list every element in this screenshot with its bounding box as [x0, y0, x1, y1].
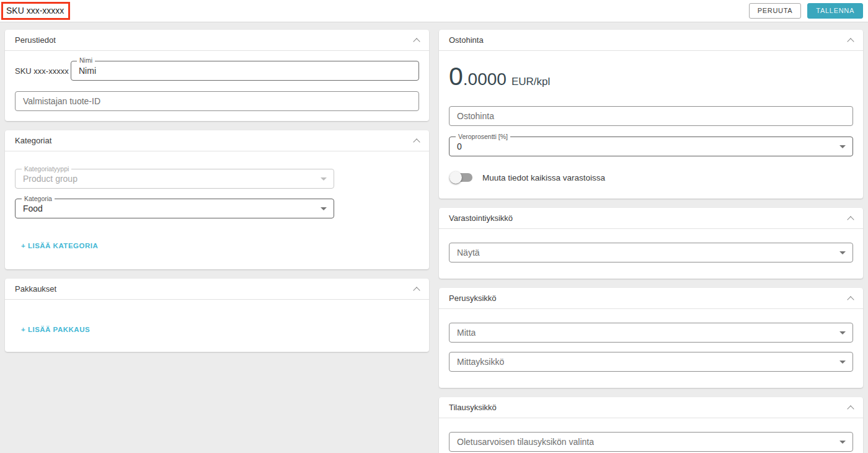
dropdown-caret-icon — [321, 207, 327, 210]
tilausyksikko-body: Oletusarvoisen tilausyksikön valinta — [439, 418, 863, 453]
category-type-value: Product group — [23, 174, 78, 184]
card-perustiedot: Perustiedot SKU xxx-xxxxx Nimi — [5, 30, 429, 121]
category-type-label: Kategoriatyyppi — [22, 166, 71, 173]
all-warehouses-toggle[interactable] — [452, 173, 472, 182]
purchase-price-field-wrap — [449, 106, 853, 126]
card-perusyksikko: Perusyksikkö Mitta Mittayksikkö — [439, 288, 863, 388]
card-header-tilausyksikko[interactable]: Tilausyksikkö — [439, 397, 863, 418]
collapse-chevron-up-icon[interactable] — [847, 216, 854, 223]
card-title-perusyksikko: Perusyksikkö — [449, 294, 497, 303]
vat-percent-label: Veroprosentti [%] — [456, 133, 510, 140]
sku-highlight-badge: SKU xxx-xxxxx — [1, 2, 70, 20]
price-unit: EUR/kpl — [512, 76, 550, 88]
card-header-kategoriat[interactable]: Kategoriat — [5, 130, 429, 151]
collapse-chevron-up-icon[interactable] — [413, 38, 420, 45]
manufacturer-id-field-wrap — [15, 91, 419, 111]
collapse-chevron-up-icon[interactable] — [847, 405, 854, 412]
varastointiyksikko-body: Näytä — [439, 229, 863, 279]
content-area: Perustiedot SKU xxx-xxxxx Nimi Kate — [0, 22, 868, 453]
measure-select[interactable]: Mitta — [449, 323, 853, 343]
right-column: Ostohinta 0 .0000 EUR/kpl Veroprosentti … — [439, 30, 863, 453]
topbar: SKU xxx-xxxxx PERUUTA TALLENNA — [0, 0, 868, 22]
card-tilausyksikko: Tilausyksikkö Oletusarvoisen tilausyksik… — [439, 397, 863, 453]
collapse-chevron-up-icon[interactable] — [847, 38, 854, 45]
perustiedot-body: SKU xxx-xxxxx Nimi — [5, 51, 429, 121]
collapse-chevron-up-icon[interactable] — [413, 138, 420, 145]
order-unit-value: Oletusarvoisen tilausyksikön valinta — [457, 437, 594, 447]
topbar-actions: PERUUTA TALLENNA — [749, 3, 863, 19]
cancel-button[interactable]: PERUUTA — [749, 3, 802, 19]
storage-unit-select[interactable]: Näytä — [449, 243, 853, 262]
card-header-pakkaukset[interactable]: Pakkaukset — [5, 279, 429, 300]
card-ostohinta: Ostohinta 0 .0000 EUR/kpl Veroprosentti … — [439, 30, 863, 199]
card-pakkaukset: Pakkaukset + LISÄÄ PAKKAUS — [5, 279, 429, 352]
vat-percent-select[interactable]: Veroprosentti [%] 0 — [449, 137, 853, 156]
dropdown-caret-icon — [321, 177, 327, 181]
perusyksikko-body: Mitta Mittayksikkö — [439, 309, 863, 388]
collapse-chevron-up-icon[interactable] — [413, 287, 420, 294]
measure-value: Mitta — [457, 328, 476, 338]
name-field-wrap: Nimi — [71, 61, 419, 81]
all-warehouses-toggle-label: Muuta tiedot kaikissa varastoissa — [482, 173, 605, 182]
kategoriat-body: Kategoriatyyppi Product group Kategoria … — [5, 151, 429, 269]
card-header-ostohinta[interactable]: Ostohinta — [439, 30, 863, 51]
save-button[interactable]: TALLENNA — [807, 3, 863, 19]
vat-percent-value: 0 — [457, 141, 462, 151]
manufacturer-id-input[interactable] — [15, 91, 419, 111]
dropdown-caret-icon — [839, 251, 846, 254]
card-kategoriat: Kategoriat Kategoriatyyppi Product group… — [5, 130, 429, 269]
storage-unit-value: Näytä — [457, 248, 480, 258]
purchase-price-input[interactable] — [449, 106, 853, 126]
category-label: Kategoria — [22, 195, 55, 202]
card-header-varastointiyksikko[interactable]: Varastointiyksikkö — [439, 208, 863, 229]
dropdown-caret-icon — [839, 331, 846, 334]
pakkaukset-body: + LISÄÄ PAKKAUS — [5, 300, 429, 352]
price-decimals: .0000 — [463, 70, 507, 89]
all-warehouses-toggle-row: Muuta tiedot kaikissa varastoissa — [449, 171, 853, 184]
ostohinta-body: 0 .0000 EUR/kpl Veroprosentti [%] 0 — [439, 51, 863, 199]
price-integer: 0 — [449, 63, 463, 90]
order-unit-select[interactable]: Oletusarvoisen tilausyksikön valinta — [449, 432, 853, 452]
left-column: Perustiedot SKU xxx-xxxxx Nimi Kate — [5, 30, 429, 361]
card-title-pakkaukset: Pakkaukset — [15, 284, 56, 294]
toggle-knob — [450, 171, 462, 184]
category-type-select[interactable]: Kategoriatyyppi Product group — [15, 169, 334, 189]
measure-unit-select[interactable]: Mittayksikkö — [449, 352, 853, 372]
dropdown-caret-icon — [839, 441, 846, 444]
category-value: Food — [23, 204, 43, 213]
card-title-tilausyksikko: Tilausyksikkö — [449, 403, 497, 412]
measure-unit-value: Mittayksikkö — [457, 357, 504, 367]
category-select[interactable]: Kategoria Food — [15, 199, 334, 218]
card-title-kategoriat: Kategoriat — [15, 136, 51, 145]
card-varastointiyksikko: Varastointiyksikkö Näytä — [439, 208, 863, 279]
dropdown-caret-icon — [839, 361, 846, 364]
card-header-perustiedot[interactable]: Perustiedot — [5, 30, 429, 51]
name-input[interactable] — [71, 61, 419, 81]
card-title-varastointiyksikko: Varastointiyksikkö — [449, 213, 513, 223]
card-title-perustiedot: Perustiedot — [15, 35, 56, 45]
sku-readonly-text: SKU xxx-xxxxx — [15, 66, 71, 76]
price-display: 0 .0000 EUR/kpl — [449, 63, 853, 90]
add-category-link[interactable]: + LISÄÄ KATEGORIA — [21, 242, 98, 249]
card-header-perusyksikko[interactable]: Perusyksikkö — [439, 288, 863, 309]
collapse-chevron-up-icon[interactable] — [847, 296, 854, 303]
name-field-label: Nimi — [77, 57, 95, 64]
add-package-link[interactable]: + LISÄÄ PAKKAUS — [21, 326, 90, 333]
card-title-ostohinta: Ostohinta — [449, 35, 484, 45]
dropdown-caret-icon — [839, 145, 846, 148]
